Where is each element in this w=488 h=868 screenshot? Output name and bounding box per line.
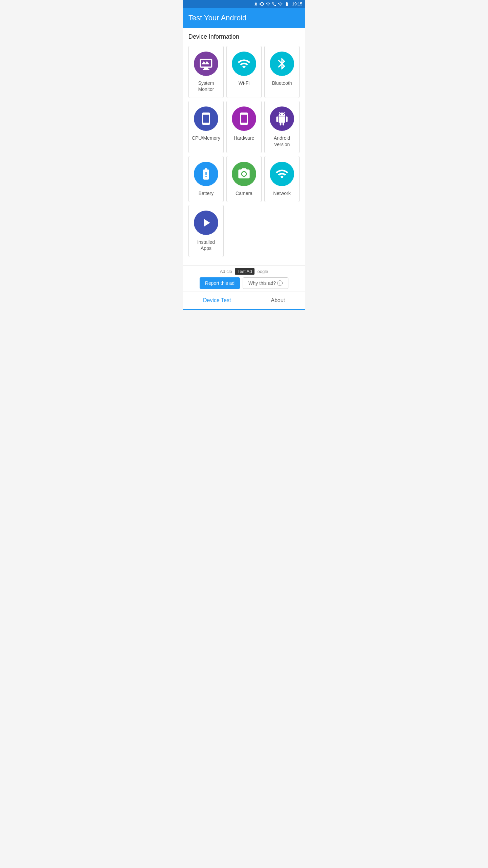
wifi-icon xyxy=(237,57,251,71)
wifi-status-icon xyxy=(266,2,270,6)
bluetooth-label: Bluetooth xyxy=(272,80,292,86)
network-icon-circle xyxy=(270,162,294,186)
card-hardware[interactable]: Hardware xyxy=(226,101,262,153)
app-header: Test Your Android xyxy=(183,8,305,28)
bluetooth-status-icon xyxy=(253,2,258,6)
app-title: Test Your Android xyxy=(188,14,246,22)
battery-status-icon xyxy=(284,2,289,6)
wifi-label: Wi-Fi xyxy=(239,80,250,86)
bottom-accent xyxy=(183,309,305,310)
ad-google-text: oogle xyxy=(257,269,268,274)
signal-status-icon xyxy=(278,2,283,6)
card-camera[interactable]: Camera xyxy=(226,156,262,202)
play-store-icon xyxy=(199,216,213,230)
system-monitor-icon-circle xyxy=(194,52,218,76)
ad-banner: Ad clo Test Ad oogle Report this ad Why … xyxy=(183,265,305,292)
nav-device-test[interactable]: Device Test xyxy=(195,296,239,305)
nav-about[interactable]: About xyxy=(263,296,293,305)
main-content: Device Information System Monitor Wi-Fi xyxy=(183,28,305,265)
system-monitor-label: System Monitor xyxy=(191,80,221,92)
card-battery[interactable]: Battery xyxy=(188,156,224,202)
battery-icon-circle xyxy=(194,162,218,186)
nav-about-label: About xyxy=(271,297,285,303)
system-monitor-icon xyxy=(199,57,213,71)
camera-icon xyxy=(237,167,251,181)
grid-row-2: CPU/Memory Hardware Android Version xyxy=(188,101,300,153)
why-ad-label: Why this ad? xyxy=(248,280,276,286)
cpu-memory-label: CPU/Memory xyxy=(192,135,220,141)
status-icons xyxy=(253,2,289,6)
hardware-icon xyxy=(237,112,251,125)
ad-actions: Report this ad Why this ad? i xyxy=(188,277,300,289)
nav-device-test-label: Device Test xyxy=(203,297,231,303)
wifi-icon-circle xyxy=(232,52,256,76)
ad-close-bar: Ad clo Test Ad oogle xyxy=(188,268,300,275)
android-icon xyxy=(275,112,289,125)
card-network[interactable]: Network xyxy=(264,156,300,202)
bluetooth-icon-circle xyxy=(270,52,294,76)
report-ad-button[interactable]: Report this ad xyxy=(200,277,240,289)
why-ad-button[interactable]: Why this ad? i xyxy=(243,277,288,289)
network-icon xyxy=(275,167,289,181)
bluetooth-icon xyxy=(275,57,289,71)
cpu-icon xyxy=(199,112,213,125)
section-title: Device Information xyxy=(188,33,300,40)
network-label: Network xyxy=(273,190,290,196)
camera-icon-circle xyxy=(232,162,256,186)
hardware-label: Hardware xyxy=(234,135,255,141)
battery-label: Battery xyxy=(199,190,214,196)
hardware-icon-circle xyxy=(232,106,256,131)
card-cpu-memory[interactable]: CPU/Memory xyxy=(188,101,224,153)
card-system-monitor[interactable]: System Monitor xyxy=(188,46,224,98)
card-installed-apps[interactable]: Installed Apps xyxy=(188,205,224,257)
installed-apps-label: Installed Apps xyxy=(191,239,221,251)
grid-row-4: Installed Apps xyxy=(188,205,300,257)
status-bar: 19:15 xyxy=(183,0,305,8)
phone-status-icon xyxy=(272,2,277,6)
cpu-icon-circle xyxy=(194,106,218,131)
status-time: 19:15 xyxy=(292,2,302,6)
grid-row-3: Battery Camera Network xyxy=(188,156,300,202)
ad-test-label: Test Ad xyxy=(235,268,255,275)
card-wifi[interactable]: Wi-Fi xyxy=(226,46,262,98)
vibrate-status-icon xyxy=(260,2,264,6)
installed-apps-icon-circle xyxy=(194,211,218,235)
ad-close-text: Ad clo xyxy=(220,269,232,274)
bottom-nav: Device Test About xyxy=(183,292,305,309)
info-icon: i xyxy=(277,280,283,286)
camera-label: Camera xyxy=(236,190,252,196)
grid-row-1: System Monitor Wi-Fi Bluetooth xyxy=(188,46,300,98)
android-icon-circle xyxy=(270,106,294,131)
battery-icon xyxy=(199,167,213,181)
android-version-label: Android Version xyxy=(267,135,297,147)
card-bluetooth[interactable]: Bluetooth xyxy=(264,46,300,98)
card-android-version[interactable]: Android Version xyxy=(264,101,300,153)
